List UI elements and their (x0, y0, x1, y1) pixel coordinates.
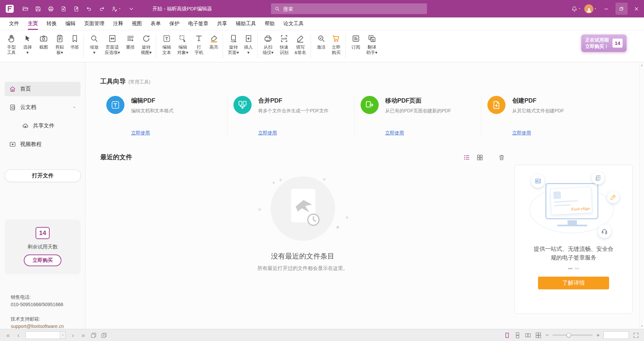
grid-view-icon[interactable] (476, 154, 483, 161)
sidebar-item[interactable]: 视频教程 (5, 137, 80, 152)
ribbon-tool[interactable]: OCR 快速 识别 (276, 34, 292, 58)
main-scrollbar[interactable]: ▲ ▼ (639, 62, 644, 329)
last-page-button[interactable]: » (80, 332, 87, 338)
restore-button[interactable] (614, 0, 629, 17)
first-page-button[interactable]: « (5, 332, 11, 338)
prev-page-button[interactable]: ‹ (15, 332, 22, 338)
ribbon-tool[interactable]: 从扫 描仪▾ (260, 34, 276, 58)
zoom-slider[interactable] (552, 335, 593, 336)
delete-icon[interactable] (498, 154, 505, 161)
layout-facing-icon[interactable] (525, 332, 531, 339)
use-now-link[interactable]: 立即使用 (258, 130, 329, 136)
zoom-slider-thumb[interactable] (567, 333, 571, 337)
save-button[interactable] (32, 2, 44, 15)
export-pdf-button[interactable] (57, 2, 70, 15)
open-file-button[interactable]: 打开文件 (5, 169, 81, 182)
tool-card[interactable]: 移动PDF页面 从已有的PDF页面创建新的PDF 立即使用 (355, 95, 482, 137)
scroll-down-icon[interactable]: ▼ (641, 325, 643, 328)
documents-bubble (592, 172, 604, 184)
ribbon-tool[interactable]: 页面适 应选项▾ (102, 34, 122, 58)
learn-more-button[interactable]: 了解详情 (538, 277, 609, 289)
tool-card[interactable]: 合并PDF 将多个文件合并生成一个PDF文件 立即使用 (227, 95, 355, 137)
menu-item[interactable]: 注释 (113, 17, 123, 30)
tool-card[interactable]: 创建PDF 从其它格式文件创建PDF 立即使用 (481, 95, 608, 137)
tool-card[interactable]: 编辑PDF 编辑文档和文本格式 立即使用 (100, 95, 227, 137)
ribbon-tool[interactable]: 书签 (68, 34, 84, 58)
menu-item[interactable]: 文件 (9, 17, 19, 30)
ribbon-tool[interactable]: 订阅 (348, 34, 364, 58)
tool-card-icon-circle (487, 96, 505, 114)
menu-item[interactable]: 主页 (28, 17, 38, 30)
layout-continuous-icon[interactable] (514, 332, 521, 339)
ribbon-tool[interactable]: 剪贴 板▾ (52, 34, 68, 58)
menu-item[interactable]: 表单 (151, 17, 161, 30)
menu-item[interactable]: 共享 (217, 17, 227, 30)
ribbon-tool[interactable]: 旋转 视图▾ (139, 34, 157, 58)
search-box[interactable] (271, 3, 427, 14)
zoom-out-button[interactable]: − (545, 332, 549, 338)
sidebar-item[interactable]: 共享文件 (5, 119, 80, 133)
use-now-link[interactable]: 立即使用 (131, 130, 173, 136)
ribbon-tool[interactable]: 缩放 ▾ (86, 34, 102, 58)
menu-item[interactable]: 帮助 (265, 17, 275, 30)
close-button[interactable] (629, 0, 644, 17)
redo-button[interactable] (95, 2, 108, 15)
ribbon-tool[interactable]: 打 字机 (191, 34, 207, 58)
zoom-in-button[interactable]: + (596, 332, 600, 338)
ribbon-tool[interactable]: 编辑 文本 (159, 34, 175, 58)
page-list-dropdown[interactable] (60, 332, 65, 339)
print-button[interactable] (44, 2, 57, 15)
menu-item[interactable]: 编辑 (65, 17, 75, 30)
fullscreen-icon[interactable] (633, 332, 639, 339)
ribbon-tool[interactable]: 编辑 对象▾ (175, 34, 191, 58)
highlight-icon (210, 34, 218, 43)
undo-button[interactable] (83, 2, 95, 15)
search-input[interactable] (283, 6, 424, 12)
sales-phone-number: 010-50951668/50951666 (11, 301, 64, 308)
menu-item[interactable]: 转换 (47, 17, 57, 30)
use-now-link[interactable]: 立即使用 (385, 130, 451, 136)
menu-item[interactable]: 辅助工具 (236, 17, 256, 30)
ribbon-tool[interactable]: 高亮 (207, 34, 223, 58)
ribbon-tool[interactable]: 激活 (313, 34, 329, 58)
snapshot-pages-icon[interactable] (90, 332, 97, 339)
list-view-icon[interactable] (463, 154, 470, 161)
notifications-button[interactable] (570, 2, 583, 15)
ribbon-tool[interactable]: 立即 购买 (329, 34, 345, 58)
ribbon-tool[interactable]: 重排 (122, 34, 139, 58)
next-page-button[interactable]: › (69, 332, 76, 338)
tool-card-title: 合并PDF (258, 97, 329, 105)
layout-single-icon[interactable] (504, 332, 511, 339)
menu-item[interactable]: 论文工具 (283, 17, 304, 30)
ribbon-tool[interactable]: 插入 ▾ (241, 34, 258, 58)
esign-button[interactable] (108, 2, 125, 15)
zoom-level-input[interactable] (604, 332, 629, 339)
sidebar-item[interactable]: 首页 (5, 82, 80, 96)
toolbar-options-button[interactable] (125, 2, 138, 15)
support-email-address[interactable]: support@foxitsoftware.cn (11, 323, 64, 330)
ribbon-tool[interactable]: 旋转 页面▾ (225, 34, 241, 58)
scroll-up-icon[interactable]: ▲ (641, 64, 643, 67)
menu-item[interactable]: 保护 (169, 17, 179, 30)
layout-continuous-facing-icon[interactable] (535, 332, 542, 339)
ribbon-tool[interactable]: 手型 工具 (3, 34, 19, 58)
buy-now-button[interactable]: 立即购买 (24, 254, 61, 266)
sidebar-item[interactable]: 云文档 (5, 100, 80, 115)
ribbon-tool[interactable]: A文 翻译 助手▾ (364, 34, 380, 58)
use-now-link[interactable]: 立即使用 (512, 130, 564, 136)
menu-item[interactable]: 视图 (132, 17, 142, 30)
page-number-input[interactable] (26, 333, 60, 338)
ribbon-tool[interactable]: 选择 ▾ (19, 34, 36, 58)
ribbon-tool[interactable]: 填写 &签名 (292, 34, 311, 58)
open-file-quick-button[interactable] (19, 2, 32, 15)
ribbon-tool[interactable]: 截图 (36, 34, 52, 58)
carousel-dots[interactable] (568, 268, 579, 269)
menu-item[interactable]: 电子签章 (188, 17, 208, 30)
duplicate-pages-icon[interactable] (101, 332, 107, 339)
account-button[interactable] (583, 2, 599, 15)
foxit-logo-icon[interactable] (5, 4, 15, 14)
menu-item[interactable]: 页面管理 (84, 17, 104, 30)
minimize-button[interactable] (599, 0, 614, 17)
share-doc-button[interactable] (70, 2, 83, 15)
trial-period-badge[interactable]: 正在试用期 立即购买！ 14 (581, 35, 627, 52)
